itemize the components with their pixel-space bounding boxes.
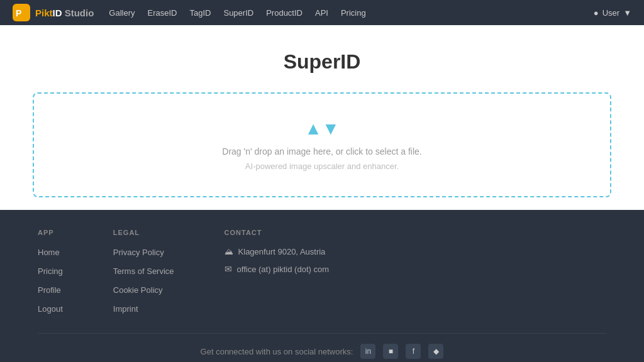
nav-user-menu[interactable]: ● User ▼ <box>594 8 631 18</box>
nav-tagid[interactable]: TagID <box>190 8 211 18</box>
footer-link-profile[interactable]: Profile <box>38 285 61 295</box>
contact-address-text: Klagenfurt 9020, Austria <box>238 247 326 256</box>
footer-link-imprint[interactable]: Imprint <box>113 304 138 314</box>
footer: APP Home Pricing Profile Logout LEGAL Pr… <box>0 210 644 362</box>
dropzone[interactable]: ▲▼ Drag 'n' drop an image here, or click… <box>33 92 611 197</box>
user-label: User <box>602 8 619 18</box>
nav-eraseid[interactable]: EraseID <box>148 8 177 18</box>
footer-contact-address: ⛰ Klagenfurt 9020, Austria <box>225 246 329 256</box>
linkedin-icon[interactable]: in <box>360 344 375 359</box>
brand-pikt: Pikt <box>35 8 53 18</box>
facebook-icon[interactable]: f <box>406 344 421 359</box>
brand-id: ID <box>53 8 62 18</box>
nav-links: Gallery EraseID TagID SuperID ProductID … <box>109 7 578 18</box>
footer-link-cookie[interactable]: Cookie Policy <box>113 285 163 295</box>
nav-pricing[interactable]: Pricing <box>341 8 366 18</box>
brand-studio: Studio <box>62 8 94 18</box>
footer-contact-heading: CONTACT <box>225 229 329 236</box>
nav-brand[interactable]: P PiktID Studio <box>13 4 94 21</box>
nav-superid[interactable]: SuperID <box>223 8 253 18</box>
piktid-logo: P <box>13 4 30 21</box>
footer-social: Get connected with us on social networks… <box>38 333 606 362</box>
email-icon: ✉ <box>225 264 232 274</box>
instagram-icon[interactable]: ■ <box>383 344 398 359</box>
svg-text:P: P <box>16 8 21 18</box>
footer-link-logout[interactable]: Logout <box>38 304 63 314</box>
contact-email-text: office (at) piktid (dot) com <box>237 265 329 274</box>
navbar: P PiktID Studio Gallery EraseID TagID Su… <box>0 0 644 25</box>
nav-productid[interactable]: ProductID <box>266 8 303 18</box>
footer-legal-heading: LEGAL <box>113 229 174 236</box>
social-text: Get connected with us on social networks… <box>201 347 353 356</box>
footer-link-pricing[interactable]: Pricing <box>38 266 63 276</box>
user-icon: ● <box>594 8 599 18</box>
page-title: SuperID <box>284 50 361 74</box>
dropzone-sub-text: AI-powered image upscaler and enhancer. <box>245 162 399 171</box>
footer-col-app: APP Home Pricing Profile Logout <box>38 229 63 314</box>
footer-link-home[interactable]: Home <box>38 248 60 257</box>
footer-contact-email: ✉ office (at) piktid (dot) com <box>225 264 329 274</box>
discord-icon[interactable]: ◆ <box>428 344 443 359</box>
main-content: SuperID ▲▼ Drag 'n' drop an image here, … <box>0 25 644 210</box>
footer-top: APP Home Pricing Profile Logout LEGAL Pr… <box>38 229 606 314</box>
footer-link-tos[interactable]: Terms of Service <box>113 266 174 276</box>
footer-col-contact: CONTACT ⛰ Klagenfurt 9020, Austria ✉ off… <box>225 229 329 314</box>
nav-gallery[interactable]: Gallery <box>109 8 135 18</box>
footer-app-heading: APP <box>38 229 63 236</box>
footer-col-legal: LEGAL Privacy Policy Terms of Service Co… <box>113 229 174 314</box>
location-icon: ⛰ <box>225 246 233 256</box>
footer-legal-links: Privacy Policy Terms of Service Cookie P… <box>113 246 174 314</box>
upload-icon: ▲▼ <box>304 119 339 139</box>
footer-link-privacy[interactable]: Privacy Policy <box>113 248 164 257</box>
chevron-down-icon: ▼ <box>623 8 631 18</box>
footer-app-links: Home Pricing Profile Logout <box>38 246 63 314</box>
nav-api[interactable]: API <box>315 8 328 18</box>
dropzone-main-text: Drag 'n' drop an image here, or click to… <box>222 146 421 156</box>
